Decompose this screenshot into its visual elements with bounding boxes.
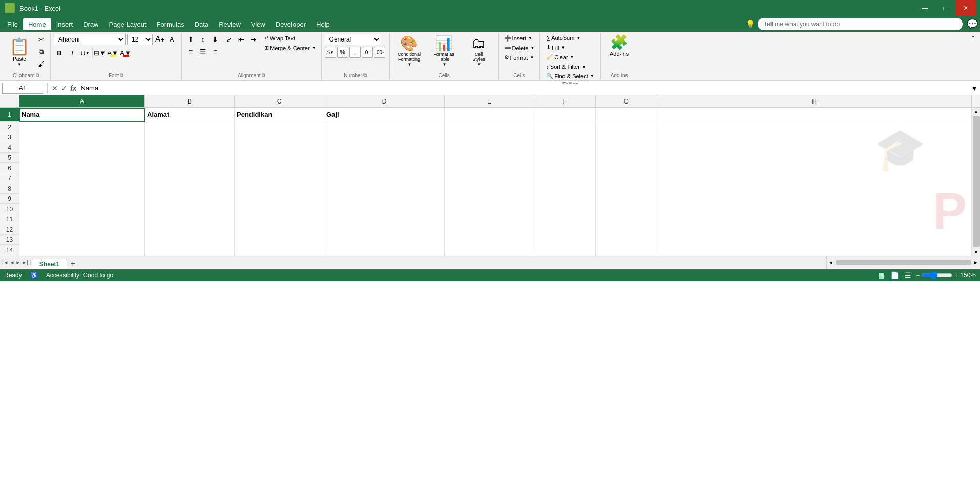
- cell-G5[interactable]: [596, 153, 657, 163]
- col-header-G[interactable]: G: [596, 95, 657, 107]
- cell-F14[interactable]: [534, 245, 596, 256]
- cell-F10[interactable]: [534, 204, 596, 215]
- cell-B13[interactable]: [145, 235, 235, 245]
- sheet-last-button[interactable]: ►|: [22, 260, 28, 265]
- cell-H9[interactable]: [657, 194, 972, 204]
- cell-E4[interactable]: [445, 143, 534, 153]
- percent-button[interactable]: %: [337, 47, 348, 58]
- align-top-button[interactable]: ⬆: [185, 34, 196, 45]
- row-number-10[interactable]: 10: [0, 204, 19, 214]
- cell-reference-box[interactable]: [2, 83, 43, 94]
- cell-A14[interactable]: [19, 245, 145, 256]
- text-direction-button[interactable]: ↙: [223, 34, 235, 45]
- font-expand-icon[interactable]: ⧉: [120, 72, 123, 78]
- cell-G9[interactable]: [596, 194, 657, 204]
- cell-A8[interactable]: [19, 184, 145, 194]
- cut-button[interactable]: ✂: [35, 34, 47, 45]
- row-number-9[interactable]: 9: [0, 194, 19, 204]
- addins-icon[interactable]: 🧩: [610, 34, 628, 51]
- horizontal-scrollbar[interactable]: ◄ ►: [826, 256, 980, 270]
- cell-H13[interactable]: [657, 235, 972, 245]
- cell-G4[interactable]: [596, 143, 657, 153]
- cell-F13[interactable]: [534, 235, 596, 245]
- cell-F7[interactable]: [534, 174, 596, 184]
- alignment-expand-icon[interactable]: ⧉: [262, 72, 265, 78]
- cell-H12[interactable]: [657, 225, 972, 235]
- cell-D2[interactable]: [324, 122, 445, 133]
- cell-G3[interactable]: [596, 133, 657, 143]
- copy-button[interactable]: ⧉: [35, 46, 47, 57]
- cell-D4[interactable]: [324, 143, 445, 153]
- zoom-in-button[interactable]: +: [954, 272, 958, 279]
- col-header-H[interactable]: H: [657, 95, 972, 107]
- col-header-B[interactable]: B: [145, 95, 235, 107]
- cell-B5[interactable]: [145, 153, 235, 163]
- scroll-left-button[interactable]: ◄: [827, 260, 835, 265]
- format-cells-button[interactable]: ⚙ Format ▼: [502, 53, 537, 62]
- cell-B3[interactable]: [145, 133, 235, 143]
- clear-button[interactable]: 🧹 Clear ▼: [543, 53, 597, 61]
- maximize-button[interactable]: □: [935, 0, 955, 16]
- font-size-select[interactable]: 12: [127, 34, 153, 45]
- format-painter-button[interactable]: 🖌: [35, 58, 47, 70]
- cell-C14[interactable]: [235, 245, 324, 256]
- cell-B1[interactable]: Alamat: [145, 108, 235, 122]
- italic-button[interactable]: I: [67, 47, 78, 58]
- cell-B6[interactable]: [145, 163, 235, 174]
- cell-A6[interactable]: [19, 163, 145, 174]
- zoom-out-button[interactable]: −: [916, 272, 920, 279]
- formula-function-icon[interactable]: fx: [70, 84, 76, 92]
- cell-E5[interactable]: [445, 153, 534, 163]
- sheet-tab-sheet1[interactable]: Sheet1: [32, 259, 67, 270]
- cell-E11[interactable]: [445, 215, 534, 225]
- indent-increase-button[interactable]: ⇥: [248, 34, 259, 45]
- page-layout-view-button[interactable]: 📄: [889, 270, 900, 280]
- cell-A2[interactable]: [19, 122, 145, 133]
- cell-F5[interactable]: [534, 153, 596, 163]
- cell-H5[interactable]: [657, 153, 972, 163]
- scroll-down-button[interactable]: ▼: [973, 248, 980, 256]
- formula-input[interactable]: [78, 84, 969, 92]
- cell-F8[interactable]: [534, 184, 596, 194]
- row-number-11[interactable]: 11: [0, 214, 19, 224]
- cell-H4[interactable]: [657, 143, 972, 153]
- cell-G10[interactable]: [596, 204, 657, 215]
- cell-A9[interactable]: [19, 194, 145, 204]
- scroll-thumb-vertical[interactable]: [973, 116, 980, 247]
- menu-help[interactable]: Help: [311, 18, 335, 30]
- cell-E12[interactable]: [445, 225, 534, 235]
- menu-data[interactable]: Data: [190, 18, 214, 30]
- row-number-14[interactable]: 14: [0, 245, 19, 255]
- row-number-12[interactable]: 12: [0, 224, 19, 235]
- cell-F6[interactable]: [534, 163, 596, 174]
- cell-B10[interactable]: [145, 204, 235, 215]
- menu-developer[interactable]: Developer: [270, 18, 311, 30]
- cell-B4[interactable]: [145, 143, 235, 153]
- font-grow-button[interactable]: A+: [154, 34, 165, 45]
- cell-A3[interactable]: [19, 133, 145, 143]
- font-family-select[interactable]: Aharoni: [54, 34, 126, 45]
- border-button[interactable]: ⊟▼: [94, 47, 106, 58]
- menu-page-layout[interactable]: Page Layout: [104, 18, 152, 30]
- cell-G1[interactable]: [596, 108, 657, 122]
- page-break-view-button[interactable]: ☰: [903, 270, 913, 280]
- merge-center-button[interactable]: ⊞ Merge & Center ▼: [262, 44, 318, 52]
- cell-H3[interactable]: [657, 133, 972, 143]
- minimize-button[interactable]: —: [914, 0, 935, 16]
- normal-view-button[interactable]: ▦: [876, 270, 886, 280]
- cell-A13[interactable]: [19, 235, 145, 245]
- format-as-table-button[interactable]: 📊 Format as Table ▼: [428, 34, 461, 68]
- menu-draw[interactable]: Draw: [78, 18, 103, 30]
- scroll-right-button[interactable]: ►: [972, 260, 980, 265]
- delete-cells-button[interactable]: ➖ Delete ▼: [502, 44, 537, 52]
- cell-G12[interactable]: [596, 225, 657, 235]
- add-sheet-button[interactable]: +: [67, 258, 78, 270]
- indent-decrease-button[interactable]: ⇤: [236, 34, 247, 45]
- formula-cancel-icon[interactable]: ✕: [52, 84, 58, 92]
- align-middle-button[interactable]: ↕: [197, 34, 208, 45]
- find-select-button[interactable]: 🔍 Find & Select ▼: [543, 72, 597, 80]
- menu-home[interactable]: Home: [23, 18, 51, 30]
- cell-D8[interactable]: [324, 184, 445, 194]
- cell-C11[interactable]: [235, 215, 324, 225]
- cell-D11[interactable]: [324, 215, 445, 225]
